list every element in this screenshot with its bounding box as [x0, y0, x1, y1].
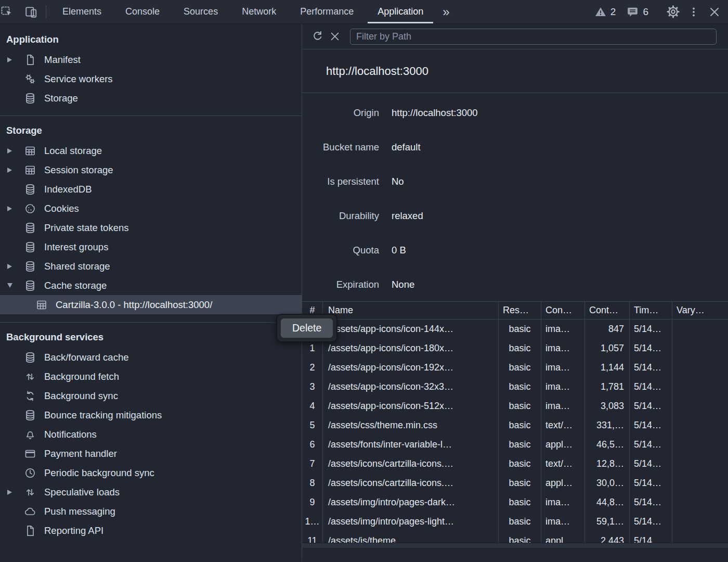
clear-x-icon — [329, 31, 341, 42]
sidebar-item-label: Background sync — [44, 390, 118, 402]
cache-resources-table: # Name Res… Con… Cont… Tim… Vary… 0 /ass… — [302, 301, 728, 543]
table-row[interactable]: 0 /assets/app-icons/icon-144x… basic ima… — [302, 320, 728, 339]
inspect-element-button[interactable] — [0, 0, 21, 23]
sidebar-item-label: Local storage — [44, 145, 102, 157]
table-row[interactable]: 9 /assets/img/intro/pages-dark… basic im… — [302, 493, 728, 512]
expander-collapsed[interactable] — [7, 57, 24, 62]
sidebar-item-notifications[interactable]: Notifications — [0, 425, 302, 444]
tab-performance[interactable]: Performance — [288, 0, 366, 23]
preview-pane-empty — [302, 548, 728, 561]
cloud-icon — [24, 505, 36, 518]
sidebar-item-shared-storage[interactable]: Shared storage — [0, 257, 302, 276]
refresh-icon — [311, 30, 323, 43]
refresh-button[interactable] — [308, 28, 326, 45]
table-row[interactable]: 4 /assets/app-icons/icon-512x… basic ima… — [302, 397, 728, 416]
table-row[interactable]: 11 /assets/js/theme… basic appl… 2,443 5… — [302, 531, 728, 543]
table-row[interactable]: 3 /assets/app-icons/icon-32x3… basic ima… — [302, 377, 728, 397]
message-bubble-icon — [626, 5, 639, 18]
cookie-icon — [24, 202, 36, 215]
sync-icon — [24, 390, 36, 402]
sidebar-item-service-workers[interactable]: Service workers — [0, 69, 302, 88]
sidebar-item-reporting-api[interactable]: Reporting API — [0, 521, 302, 540]
sidebar-item-indexeddb[interactable]: IndexedDB — [0, 180, 302, 199]
column-header-time-cached[interactable]: Tim… — [630, 302, 672, 319]
column-header-content-length[interactable]: Cont… — [585, 302, 630, 319]
sidebar-item-cache-cartzilla[interactable]: Cartzilla-3.0.0 - http://localhost:3000/ — [0, 295, 302, 314]
sidebar-item-label: Back/forward cache — [44, 352, 128, 363]
detail-value: None — [392, 279, 414, 290]
detail-row-expiration: Expiration None — [302, 267, 728, 302]
sidebar-item-cache-storage[interactable]: Cache storage — [0, 276, 302, 295]
sidebar-item-background-sync[interactable]: Background sync — [0, 386, 302, 405]
detail-row-durability: Durability relaxed — [302, 199, 728, 233]
column-header-name[interactable]: Name — [323, 302, 499, 319]
gear-icon — [666, 5, 680, 19]
sidebar-item-session-storage[interactable]: Session storage — [0, 160, 302, 180]
close-devtools-button[interactable] — [704, 6, 725, 18]
database-icon — [24, 409, 36, 422]
sidebar-item-interest-groups[interactable]: Interest groups — [0, 237, 302, 257]
tab-application[interactable]: Application — [366, 0, 435, 23]
expander-collapsed[interactable] — [7, 148, 24, 154]
table-row[interactable]: 6 /assets/fonts/inter-variable-l… basic … — [302, 435, 728, 454]
device-toolbar-icon — [24, 5, 38, 19]
sidebar-item-label: Cartzilla-3.0.0 - http://localhost:3000/ — [56, 299, 212, 311]
sidebar-item-back-forward-cache[interactable]: Back/forward cache — [0, 348, 302, 367]
column-header-content-type[interactable]: Con… — [541, 302, 585, 319]
expander-collapsed[interactable] — [7, 168, 24, 173]
tab-network[interactable]: Network — [230, 0, 288, 23]
detail-label: Bucket name — [302, 142, 379, 153]
expander-collapsed[interactable] — [7, 206, 24, 211]
filter-by-path-input[interactable] — [350, 29, 717, 45]
table-row[interactable]: 7 /assets/icons/cartzilla-icons.… basic … — [302, 454, 728, 474]
table-row[interactable]: 2 /assets/app-icons/icon-192x… basic ima… — [302, 358, 728, 377]
sidebar-item-label: Session storage — [44, 164, 113, 176]
detail-value: default — [392, 142, 421, 153]
clear-button[interactable] — [326, 28, 344, 45]
kebab-menu-icon — [687, 6, 700, 18]
sidebar-item-speculative-loads[interactable]: Speculative loads — [0, 482, 302, 502]
up-down-arrows-icon — [24, 486, 36, 499]
settings-button[interactable] — [662, 5, 683, 19]
database-icon — [24, 260, 36, 273]
sidebar-item-storage[interactable]: Storage — [0, 88, 302, 108]
detail-label: Expiration — [302, 279, 379, 290]
tab-elements[interactable]: Elements — [50, 0, 113, 23]
warnings-badge[interactable]: 2 — [589, 6, 621, 18]
detail-value: http://localhost:3000 — [392, 107, 478, 119]
sidebar-item-manifest[interactable]: Manifest — [0, 50, 302, 69]
device-toolbar-button[interactable] — [21, 0, 42, 23]
sidebar-item-bounce-tracking-mitigations[interactable]: Bounce tracking mitigations — [0, 405, 302, 425]
close-icon — [708, 6, 721, 18]
console-messages-badge[interactable]: 6 — [621, 5, 654, 18]
expander-collapsed[interactable] — [7, 264, 24, 269]
table-icon — [24, 145, 36, 157]
horizontal-scrollbar[interactable] — [302, 543, 728, 548]
more-options-button[interactable] — [683, 6, 704, 18]
column-header-vary[interactable]: Vary… — [672, 302, 728, 319]
table-row[interactable]: 1… /assets/img/intro/pages-light… basic … — [302, 512, 728, 531]
column-header-response-type[interactable]: Res… — [499, 302, 541, 319]
expander-expanded[interactable] — [7, 283, 24, 288]
expander-collapsed[interactable] — [7, 490, 24, 495]
table-row[interactable]: 8 /assets/icons/cartzilla-icons.… basic … — [302, 474, 728, 493]
menu-item-delete[interactable]: Delete — [281, 318, 333, 338]
table-row[interactable]: 5 /assets/css/theme.min.css basic text/…… — [302, 416, 728, 435]
sidebar-item-cookies[interactable]: Cookies — [0, 199, 302, 218]
sidebar-item-label: Storage — [44, 93, 78, 104]
sidebar-item-label: Bounce tracking mitigations — [44, 410, 162, 421]
sidebar-item-push-messaging[interactable]: Push messaging — [0, 502, 302, 521]
sidebar-item-periodic-background-sync[interactable]: Periodic background sync — [0, 463, 302, 482]
sidebar-item-private-state-tokens[interactable]: Private state tokens — [0, 218, 302, 237]
sidebar-item-local-storage[interactable]: Local storage — [0, 141, 302, 160]
sidebar-item-payment-handler[interactable]: Payment handler — [0, 444, 302, 463]
warning-icon — [594, 6, 607, 18]
more-tabs-button[interactable]: » — [435, 0, 457, 23]
tab-bar-right-controls: 2 6 — [589, 0, 728, 23]
tab-sources[interactable]: Sources — [172, 0, 230, 23]
sidebar-item-label: Reporting API — [44, 525, 103, 537]
application-sidebar: Application Manifest Service workers Sto… — [0, 24, 302, 561]
table-row[interactable]: 1 /assets/app-icons/icon-180x… basic ima… — [302, 339, 728, 358]
tab-console[interactable]: Console — [113, 0, 172, 23]
sidebar-item-background-fetch[interactable]: Background fetch — [0, 367, 302, 386]
